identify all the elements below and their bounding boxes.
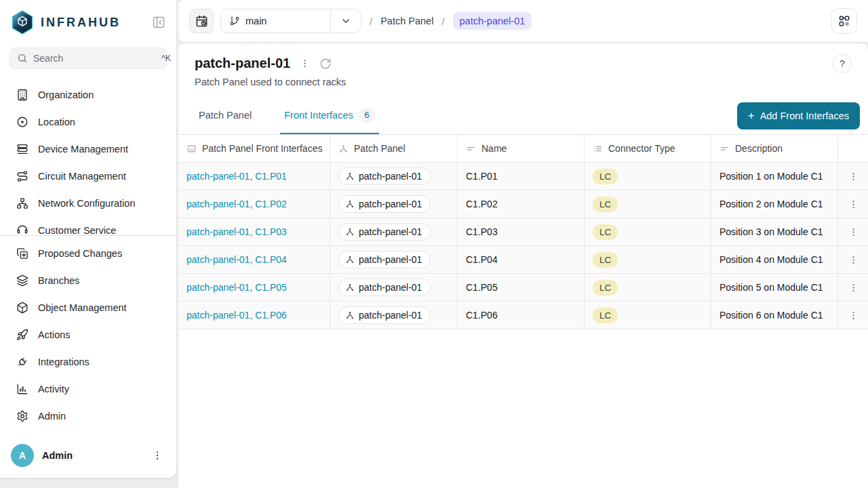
table-row[interactable]: patch-panel-01, C1.P06 patch-panel-01 C1… bbox=[178, 301, 868, 329]
schema-icon bbox=[837, 14, 851, 28]
calendar-clock-button[interactable] bbox=[189, 9, 214, 33]
table-row[interactable]: patch-panel-01, C1.P05 patch-panel-01 C1… bbox=[178, 273, 868, 301]
column-header-patch-panel[interactable]: Patch Panel bbox=[330, 135, 458, 162]
interface-name: C1.P06 bbox=[466, 310, 498, 321]
page-title: patch-panel-01 bbox=[195, 56, 290, 71]
interface-link[interactable]: patch-panel-01, C1.P03 bbox=[186, 226, 287, 237]
schema-visualizer-button[interactable] bbox=[831, 8, 857, 34]
column-header-name[interactable]: Name bbox=[458, 135, 585, 162]
logo-text: INFRAHUB bbox=[41, 16, 151, 30]
user-menu[interactable]: A Admin bbox=[0, 437, 176, 478]
interface-link[interactable]: patch-panel-01, C1.P01 bbox=[186, 171, 287, 182]
sidebar-collapse-icon[interactable] bbox=[151, 14, 167, 30]
row-kebab-icon[interactable] bbox=[846, 280, 861, 296]
table-row[interactable]: patch-panel-01, C1.P01 patch-panel-01 C1… bbox=[178, 162, 868, 190]
row-kebab-icon[interactable] bbox=[846, 197, 861, 212]
row-kebab-icon[interactable] bbox=[846, 252, 861, 268]
row-kebab-icon[interactable] bbox=[846, 169, 861, 184]
help-button[interactable]: ? bbox=[833, 54, 852, 73]
sidebar-item-customer-service[interactable]: Customer Service bbox=[0, 217, 176, 236]
hierarchy-icon bbox=[345, 283, 355, 292]
table-row[interactable]: patch-panel-01, C1.P03 patch-panel-01 C1… bbox=[178, 218, 868, 245]
column-header-connector-type[interactable]: Connector Type bbox=[585, 135, 711, 162]
avatar: A bbox=[11, 444, 34, 467]
interface-description: Position 1 on Module C1 bbox=[719, 171, 823, 182]
infrahub-logo-icon bbox=[11, 9, 34, 35]
patch-panel-chip[interactable]: patch-panel-01 bbox=[338, 251, 431, 268]
row-kebab-icon[interactable] bbox=[846, 308, 861, 323]
sidebar-secondary-menu: Proposed Changes Branches Object Managem… bbox=[0, 236, 176, 430]
column-header-actions bbox=[838, 135, 868, 162]
table-row[interactable]: patch-panel-01, C1.P04 patch-panel-01 C1… bbox=[178, 245, 868, 273]
sidebar-item-circuit-management[interactable]: Circuit Management bbox=[0, 163, 176, 190]
search-bar[interactable]: ^K bbox=[9, 47, 167, 69]
table-row[interactable]: patch-panel-01, C1.P02 patch-panel-01 C1… bbox=[178, 190, 868, 218]
text-icon bbox=[466, 144, 476, 154]
interface-name: C1.P04 bbox=[466, 254, 498, 265]
interface-description: Position 6 on Module C1 bbox=[719, 310, 823, 321]
sidebar-item-actions[interactable]: Actions bbox=[0, 321, 176, 348]
user-kebab-icon[interactable] bbox=[151, 449, 164, 462]
sidebar: INFRAHUB ^K Organization Location Device… bbox=[0, 0, 176, 478]
patch-panel-chip[interactable]: patch-panel-01 bbox=[338, 223, 431, 241]
search-shortcut: ^K bbox=[161, 54, 171, 63]
tabs-row: Patch Panel Front Interfaces 6 + Add Fro… bbox=[178, 97, 868, 135]
interface-description: Position 2 on Module C1 bbox=[719, 199, 823, 209]
route-icon bbox=[16, 170, 28, 182]
tab-front-interfaces[interactable]: Front Interfaces 6 bbox=[280, 97, 379, 134]
hierarchy-icon bbox=[345, 171, 355, 181]
tab-patch-panel[interactable]: Patch Panel bbox=[195, 97, 256, 134]
breadcrumb-current[interactable]: patch-panel-01 bbox=[453, 12, 532, 30]
interface-description: Position 4 on Module C1 bbox=[719, 254, 823, 265]
headset-icon bbox=[16, 224, 28, 236]
sidebar-item-device-management[interactable]: Device Management bbox=[0, 136, 176, 163]
layers-icon bbox=[16, 274, 28, 287]
branch-name: main bbox=[245, 16, 267, 26]
column-header-interfaces[interactable]: Patch Panel Front Interfaces bbox=[178, 135, 330, 162]
interface-description: Position 5 on Module C1 bbox=[719, 282, 823, 293]
branch-selector[interactable]: main bbox=[220, 9, 361, 33]
text-icon bbox=[719, 144, 730, 154]
sidebar-item-proposed-changes[interactable]: Proposed Changes bbox=[0, 240, 176, 267]
hierarchy-icon bbox=[338, 144, 349, 154]
sidebar-item-network-configuration[interactable]: Network Configuration bbox=[0, 190, 176, 217]
git-branch-icon bbox=[229, 16, 240, 26]
patch-panel-chip[interactable]: patch-panel-01 bbox=[338, 195, 431, 213]
connector-type-badge: LC bbox=[593, 224, 618, 240]
interface-name: C1.P02 bbox=[466, 199, 498, 209]
plus-icon: + bbox=[748, 110, 755, 121]
object-kebab-icon[interactable] bbox=[300, 58, 310, 68]
breadcrumb-parent[interactable]: Patch Panel bbox=[380, 16, 433, 26]
interface-link[interactable]: patch-panel-01, C1.P02 bbox=[186, 199, 287, 209]
diff-icon bbox=[16, 247, 28, 260]
patch-panel-chip[interactable]: patch-panel-01 bbox=[338, 167, 431, 185]
topbar: main / Patch Panel / patch-panel-01 bbox=[178, 0, 868, 42]
sidebar-item-object-management[interactable]: Object Management bbox=[0, 294, 176, 321]
connector-type-badge: LC bbox=[593, 252, 618, 268]
refresh-icon[interactable] bbox=[319, 58, 332, 70]
sidebar-item-location[interactable]: Location bbox=[0, 108, 176, 136]
page-header: patch-panel-01 Patch Panel used to conne… bbox=[178, 43, 868, 97]
sidebar-item-admin[interactable]: Admin bbox=[0, 403, 176, 430]
building-icon bbox=[16, 89, 28, 101]
column-header-description[interactable]: Description bbox=[711, 135, 838, 162]
list-icon bbox=[593, 144, 603, 154]
sidebar-item-organization[interactable]: Organization bbox=[0, 81, 176, 108]
interface-link[interactable]: patch-panel-01, C1.P04 bbox=[186, 254, 287, 265]
chevron-down-icon[interactable] bbox=[330, 9, 361, 33]
sidebar-item-activity[interactable]: Activity bbox=[0, 375, 176, 403]
sidebar-item-integrations[interactable]: Integrations bbox=[0, 348, 176, 375]
interface-link[interactable]: patch-panel-01, C1.P06 bbox=[186, 310, 287, 321]
patch-panel-chip[interactable]: patch-panel-01 bbox=[338, 306, 431, 324]
bar-chart-icon bbox=[16, 383, 28, 395]
sidebar-item-branches[interactable]: Branches bbox=[0, 267, 176, 294]
row-kebab-icon[interactable] bbox=[846, 224, 861, 240]
interface-name: C1.P01 bbox=[466, 171, 498, 182]
interface-name: C1.P05 bbox=[466, 282, 498, 293]
interface-description: Position 3 on Module C1 bbox=[719, 226, 823, 237]
add-front-interfaces-button[interactable]: + Add Front Interfaces bbox=[737, 102, 860, 129]
search-input[interactable] bbox=[33, 53, 156, 64]
interface-link[interactable]: patch-panel-01, C1.P05 bbox=[186, 282, 287, 293]
patch-panel-chip[interactable]: patch-panel-01 bbox=[338, 279, 431, 296]
network-icon bbox=[16, 197, 28, 209]
